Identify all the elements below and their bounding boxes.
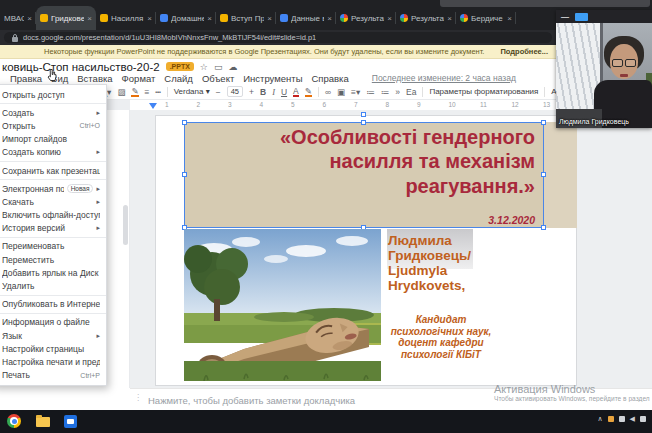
file-menu-item[interactable]: Настройки страницы bbox=[0, 342, 106, 355]
tab-close-icon[interactable]: × bbox=[207, 14, 212, 23]
file-menu-item[interactable]: ОткрытьCtrl+O bbox=[0, 119, 106, 132]
tray-chevron-icon[interactable]: ∧ bbox=[597, 415, 602, 423]
browser-tab[interactable]: Домашнє насил× bbox=[156, 6, 216, 30]
tab-close-icon[interactable]: × bbox=[267, 14, 272, 23]
indent-icon[interactable]: » bbox=[395, 87, 400, 97]
chrome-taskbar-icon[interactable] bbox=[7, 414, 21, 428]
file-menu-item[interactable]: Удалить bbox=[0, 279, 106, 292]
file-menu-item[interactable]: Электронная почтаНовая▸ bbox=[0, 182, 106, 195]
banner-details-link[interactable]: Подробнее... bbox=[500, 47, 548, 56]
webcam-overlay[interactable]: — Людмила Гридковець bbox=[556, 10, 652, 128]
browser-tab[interactable]: Вступ Присвяч× bbox=[216, 6, 276, 30]
last-edit-link[interactable]: Последнее изменение: 2 часа назад bbox=[372, 73, 516, 83]
rotation-handle[interactable] bbox=[361, 112, 366, 117]
file-menu-item[interactable]: Переименовать bbox=[0, 240, 106, 253]
file-explorer-taskbar-icon[interactable] bbox=[36, 417, 50, 427]
font-size-decrease-button[interactable]: − bbox=[216, 87, 221, 97]
file-menu-item[interactable]: Скачать▸ bbox=[0, 195, 106, 208]
numbered-list-icon[interactable]: ≔ bbox=[366, 87, 375, 97]
move-folder-icon[interactable]: ▭ bbox=[214, 62, 223, 72]
underline-button[interactable]: U bbox=[281, 87, 287, 97]
file-menu-item[interactable]: Переместить bbox=[0, 253, 106, 266]
file-menu-item[interactable]: Настройка печати и предпросмотр bbox=[0, 355, 106, 368]
document-title[interactable]: ковиць-Стоп насильство-20-2 bbox=[2, 61, 160, 73]
insert-comment-icon[interactable]: ▣ bbox=[337, 87, 345, 97]
selection-handle[interactable] bbox=[541, 225, 546, 230]
indent-marker[interactable] bbox=[149, 103, 157, 109]
file-menu-item[interactable]: Сохранить как презентацию Google bbox=[0, 164, 106, 177]
slide-date[interactable]: 3.12.2020 bbox=[488, 214, 535, 226]
menu-Слайд[interactable]: Слайд bbox=[164, 73, 193, 84]
bulleted-list-icon[interactable]: ≔ bbox=[381, 87, 390, 97]
border-color-icon[interactable]: ✎ bbox=[131, 87, 138, 97]
clear-formatting-icon[interactable]: Ea bbox=[406, 87, 416, 97]
font-size-value[interactable]: 45 bbox=[227, 86, 243, 97]
selection-handle[interactable] bbox=[541, 172, 546, 177]
italic-button[interactable]: I bbox=[272, 87, 275, 97]
tab-close-icon[interactable]: × bbox=[507, 14, 512, 23]
tray-network-icon[interactable] bbox=[619, 416, 625, 422]
tab-close-icon[interactable]: × bbox=[147, 14, 152, 23]
file-menu-item[interactable]: Создать▸ bbox=[0, 106, 106, 119]
bold-button[interactable]: B bbox=[260, 87, 266, 97]
insert-link-icon[interactable]: ∞ bbox=[325, 87, 331, 97]
browser-tab[interactable]: Бердиче - КІБіТ× bbox=[456, 6, 516, 30]
webcam-titlebar[interactable]: — bbox=[556, 10, 652, 23]
file-menu-item[interactable]: История версий▸ bbox=[0, 222, 106, 235]
border-dash-icon[interactable]: ┅ bbox=[156, 87, 161, 97]
menu-Инструменты[interactable]: Инструменты bbox=[243, 73, 302, 84]
tab-close-icon[interactable]: × bbox=[87, 14, 92, 23]
notes-drag-handle-icon[interactable]: ⋮ bbox=[134, 393, 142, 402]
window-restore-icon[interactable] bbox=[575, 13, 588, 21]
text-color-button[interactable]: A bbox=[293, 87, 299, 97]
file-menu-item[interactable]: Информация о файле bbox=[0, 316, 106, 329]
border-weight-icon[interactable]: ≡ bbox=[145, 87, 150, 97]
fill-color-icon[interactable]: ▨ bbox=[117, 87, 125, 97]
selection-handle[interactable] bbox=[361, 120, 366, 125]
align-icon[interactable]: ≡▾ bbox=[351, 87, 360, 97]
slide-author[interactable]: Людмила Гридковець/ Ljudmyla Hrydkovets, bbox=[388, 234, 474, 293]
tray-status-icon[interactable] bbox=[608, 416, 614, 422]
file-menu-item[interactable]: Открыть доступ bbox=[0, 88, 106, 101]
tab-close-icon[interactable]: × bbox=[27, 14, 32, 23]
title-text-box[interactable]: «Особливості гендерного насилля та механ… bbox=[184, 122, 544, 228]
omnibox[interactable]: docs.google.com/presentation/d/1uU3HI8Mo… bbox=[4, 32, 552, 43]
current-slide[interactable]: «Особливості гендерного насилля та механ… bbox=[155, 115, 577, 386]
browser-tab[interactable]: Данные веб-сай× bbox=[276, 6, 336, 30]
file-menu-item[interactable]: Опубликовать в Интернете bbox=[0, 298, 106, 311]
selection-handle[interactable] bbox=[182, 172, 187, 177]
file-menu-item[interactable]: Создать копию▸ bbox=[0, 146, 106, 159]
star-icon[interactable]: ☆ bbox=[200, 62, 208, 72]
blue-app-taskbar-icon[interactable] bbox=[64, 415, 77, 428]
slide-title[interactable]: «Особливості гендерного насилля та механ… bbox=[207, 125, 535, 198]
tray-volume-icon[interactable]: ◀ bbox=[630, 415, 635, 423]
minimize-icon[interactable]: — bbox=[561, 12, 569, 21]
slide-photo-tree-face[interactable] bbox=[184, 229, 381, 381]
browser-tab[interactable]: Результаты поис× bbox=[336, 6, 396, 30]
font-size-increase-button[interactable]: + bbox=[249, 87, 254, 97]
tab-close-icon[interactable]: × bbox=[387, 14, 392, 23]
browser-tab[interactable]: Гридковець-Стоп× bbox=[36, 6, 96, 30]
file-menu-item[interactable]: ПечатьCtrl+P bbox=[0, 369, 106, 382]
slide-credentials[interactable]: Кандидат психологічних наук, доцент кафе… bbox=[384, 314, 498, 360]
filmstrip-scrollbar[interactable] bbox=[123, 205, 128, 245]
menu-Формат[interactable]: Формат bbox=[122, 73, 156, 84]
browser-tab[interactable]: Результаты поис× bbox=[396, 6, 456, 30]
tray-language-icon[interactable] bbox=[640, 416, 646, 422]
menu-Объект[interactable]: Объект bbox=[202, 73, 234, 84]
highlight-color-button[interactable]: ✎ bbox=[305, 87, 312, 97]
menu-Справка[interactable]: Справка bbox=[312, 73, 349, 84]
menu-Вставка[interactable]: Вставка bbox=[77, 73, 112, 84]
file-menu-item[interactable]: Добавить ярлык на Диск bbox=[0, 266, 106, 279]
notes-placeholder[interactable]: Нажмите, чтобы добавить заметки докладчи… bbox=[148, 395, 355, 406]
file-menu-item[interactable]: Импорт слайдов bbox=[0, 133, 106, 146]
browser-tab[interactable]: Насилля проти ж× bbox=[96, 6, 156, 30]
file-menu-item[interactable]: Включить офлайн-доступ bbox=[0, 209, 106, 222]
menu-Правка[interactable]: Правка bbox=[10, 73, 42, 84]
cloud-status-icon[interactable]: ☁ bbox=[228, 62, 237, 72]
browser-tab[interactable]: МВАС× bbox=[0, 6, 36, 30]
format-options-button[interactable]: Параметры форматирования bbox=[429, 87, 538, 96]
tab-close-icon[interactable]: × bbox=[327, 14, 332, 23]
tab-close-icon[interactable]: × bbox=[447, 14, 452, 23]
font-family-select[interactable]: Verdana ▾ bbox=[174, 87, 210, 96]
